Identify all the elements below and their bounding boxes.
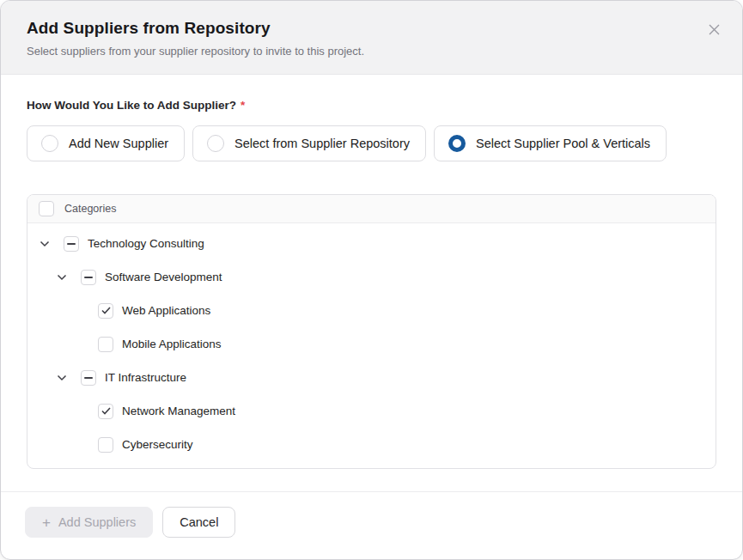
row-checkbox[interactable] <box>81 370 96 386</box>
categories-column-header: Categories <box>64 203 116 215</box>
question-label: How Would You Like to Add Supplier? <box>27 99 236 112</box>
tree-row: IT Infrastructure <box>27 361 716 394</box>
add-suppliers-modal: Add Suppliers from Repository Select sup… <box>0 0 743 560</box>
cancel-button-label: Cancel <box>180 515 218 529</box>
modal-body: How Would You Like to Add Supplier?* Add… <box>1 75 742 491</box>
tree-row-label: Technology Consulting <box>88 237 204 250</box>
tree-row: Web Applications <box>27 294 716 327</box>
tree-row: Software Development <box>27 260 716 294</box>
option-label: Add New Supplier <box>69 137 168 150</box>
tree-row-label: IT Infrastructure <box>105 371 186 384</box>
tree-row-label: Software Development <box>105 271 222 283</box>
close-icon <box>708 23 721 36</box>
chevron-down-icon[interactable] <box>40 240 64 247</box>
add-suppliers-button[interactable]: + Add Suppliers <box>25 507 153 538</box>
categories-table-header: Categories <box>27 195 716 223</box>
option-add-new-supplier[interactable]: Add New Supplier <box>27 125 185 161</box>
close-button[interactable] <box>704 20 723 39</box>
radio-icon <box>41 135 58 152</box>
categories-tree: Technology Consulting Software Developme… <box>27 223 716 468</box>
option-label: Select Supplier Pool & Verticals <box>476 137 650 150</box>
supplier-add-options: Add New Supplier Select from Supplier Re… <box>27 125 716 161</box>
radio-icon <box>207 135 224 152</box>
row-checkbox[interactable] <box>98 303 113 319</box>
modal-subtitle: Select suppliers from your supplier repo… <box>27 45 716 58</box>
chevron-down-icon[interactable] <box>57 374 81 381</box>
option-label: Select from Supplier Repository <box>234 137 410 150</box>
tree-row: Technology Consulting <box>27 227 716 260</box>
radio-selected-icon <box>448 135 466 152</box>
modal-title: Add Suppliers from Repository <box>27 19 716 38</box>
add-suppliers-button-label: Add Suppliers <box>58 515 136 529</box>
chevron-down-icon[interactable] <box>57 274 81 281</box>
required-marker: * <box>241 99 245 112</box>
tree-row: Cybersecurity <box>27 428 716 461</box>
row-checkbox[interactable] <box>98 437 113 453</box>
plus-icon: + <box>42 515 51 530</box>
tree-row-label: Network Management <box>122 405 235 417</box>
tree-row: Network Management <box>27 394 716 428</box>
tree-row-label: Mobile Applications <box>122 338 222 350</box>
row-checkbox[interactable] <box>64 236 79 252</box>
modal-header: Add Suppliers from Repository Select sup… <box>1 1 742 75</box>
select-all-checkbox[interactable] <box>39 201 54 216</box>
tree-row-label: Cybersecurity <box>122 438 193 451</box>
option-select-supplier-pool[interactable]: Select Supplier Pool & Verticals <box>434 125 667 161</box>
row-checkbox[interactable] <box>98 404 113 419</box>
tree-row-label: Web Applications <box>122 304 210 317</box>
tree-row: Mobile Applications <box>27 327 716 361</box>
row-checkbox[interactable] <box>98 337 113 352</box>
question-row: How Would You Like to Add Supplier?* <box>27 97 716 113</box>
modal-footer: + Add Suppliers Cancel <box>1 491 742 559</box>
option-select-from-repository[interactable]: Select from Supplier Repository <box>192 125 426 161</box>
row-checkbox[interactable] <box>81 270 96 285</box>
cancel-button[interactable]: Cancel <box>162 507 235 538</box>
categories-table: Categories Technology Consulting <box>27 194 716 469</box>
